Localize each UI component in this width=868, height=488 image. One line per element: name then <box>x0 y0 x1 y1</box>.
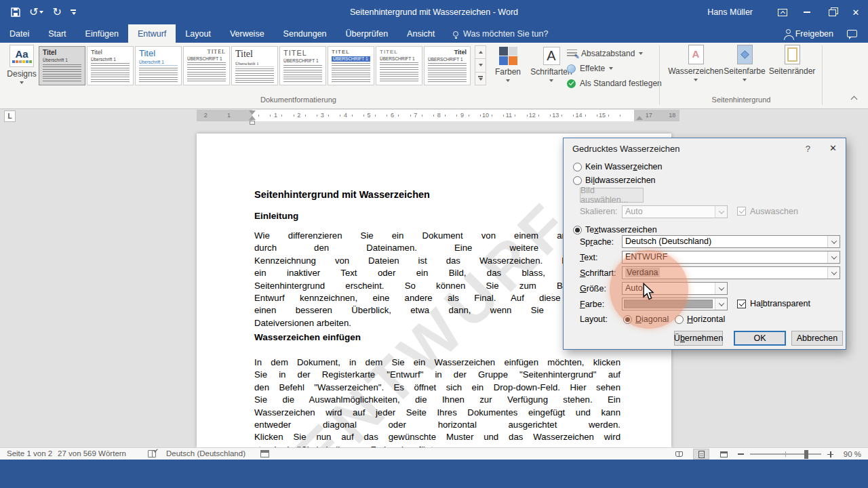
schriftart-combobox[interactable]: Verdana <box>622 266 840 279</box>
radio-kein-wasserzeichen-label[interactable]: Kein Wasserzeichen <box>585 162 663 171</box>
radio-diagonal[interactable] <box>623 315 632 324</box>
restore-button[interactable] <box>819 2 844 22</box>
proofing-status-icon[interactable] <box>148 450 156 458</box>
language-indicator[interactable]: Deutsch (Deutschland) <box>166 449 245 458</box>
gallery-down-button[interactable] <box>475 58 486 72</box>
redo-button[interactable]: ↻ <box>52 7 61 18</box>
dialog-help-button[interactable]: ? <box>806 144 810 154</box>
style-set-thumbnail[interactable]: TITELÜBERSCHRIFT 1 <box>279 46 326 85</box>
farbe-label: Farbe: <box>580 300 604 309</box>
ribbon-display-options-button[interactable] <box>770 2 795 22</box>
style-set-thumbnail[interactable]: TitelÜberschrift 1 <box>87 46 134 85</box>
share-button[interactable]: Freigeben <box>786 29 833 39</box>
save-icon <box>11 7 20 17</box>
farben-button[interactable]: Farben <box>491 45 525 82</box>
style-set-thumbnail[interactable]: TitelÜberschrift 1 <box>231 46 278 85</box>
effekte-button[interactable]: Effekte <box>567 64 662 73</box>
tab-sendungen[interactable]: Sendungen <box>274 24 336 43</box>
radio-horizontal[interactable] <box>675 315 684 324</box>
tab-stop-selector[interactable]: L <box>4 110 16 122</box>
wasserzeichen-button[interactable]: A Wasserzeichen <box>669 45 722 81</box>
style-set-thumbnail[interactable]: TITELÜBERSCHRIFT 1 <box>376 46 422 85</box>
customize-qat-button[interactable] <box>71 9 76 15</box>
zoom-out-button[interactable] <box>738 453 744 455</box>
minimize-button[interactable] <box>795 2 819 22</box>
zoom-slider-thumb[interactable] <box>804 450 808 459</box>
dialog-close-button[interactable]: ✕ <box>829 143 837 153</box>
designs-button[interactable]: Aa Designs <box>4 45 39 84</box>
text-combobox[interactable]: ENTWURF <box>622 251 840 264</box>
print-layout-button[interactable] <box>693 449 709 460</box>
style-set-thumbnail[interactable]: TitelÜberschrift 1 <box>39 46 85 85</box>
style-set-thumbnail[interactable]: TITELÜBERSCHRIFT 1 <box>328 46 374 85</box>
horizontal-ruler[interactable]: 211234567891011121314151718 <box>197 110 679 121</box>
close-icon: ✕ <box>852 7 860 18</box>
gallery-up-button[interactable] <box>475 45 486 59</box>
halbtransparent-label[interactable]: Halbtransparent <box>750 299 810 308</box>
gallery-more-button[interactable] <box>475 72 486 85</box>
seitenraender-button[interactable]: Seitenränder <box>767 45 817 76</box>
status-bar: Seite 1 von 2 27 von 569 Wörtern Deutsch… <box>0 447 868 460</box>
word-count[interactable]: 27 von 569 Wörtern <box>58 449 126 458</box>
style-set-thumbnail[interactable]: TitelÜBERSCHRIFT 1 <box>424 46 471 85</box>
undo-button[interactable]: ↺ <box>29 7 43 18</box>
tab-entwurf[interactable]: Entwurf <box>128 24 176 43</box>
absatzabstand-button[interactable]: ✎ Absatzabstand <box>567 49 662 58</box>
zoom-level[interactable]: 90 % <box>840 450 861 458</box>
tab-datei[interactable]: Datei <box>0 24 39 43</box>
formatting-stack: ✎ Absatzabstand Effekte Als Standard fes… <box>567 49 662 88</box>
macro-record-icon[interactable] <box>260 450 269 458</box>
comment-icon[interactable] <box>847 30 857 37</box>
style-set-body-preview <box>187 62 226 83</box>
radio-bildwasserzeichen-label[interactable]: Bildwasserzeichen <box>585 176 656 185</box>
tab-verweise[interactable]: Verweise <box>220 24 274 43</box>
account-name[interactable]: Hans Müller <box>707 7 753 17</box>
radio-textwasserzeichen-label[interactable]: Textwasserzeichen <box>585 225 657 235</box>
tell-me-box[interactable]: Was möchten Sie tun? <box>453 24 548 43</box>
auswaschen-label[interactable]: Auswaschen <box>750 207 798 216</box>
radio-bildwasserzeichen[interactable] <box>573 176 582 185</box>
read-mode-button[interactable] <box>671 449 687 460</box>
tab-einfügen[interactable]: Einfügen <box>76 24 128 43</box>
right-indent-marker[interactable] <box>636 116 643 120</box>
zoom-in-button[interactable] <box>827 451 833 458</box>
tab-layout[interactable]: Layout <box>176 24 220 43</box>
zoom-slider[interactable] <box>750 453 821 455</box>
ruler-ticks <box>258 115 628 117</box>
radio-horizontal-label[interactable]: Horizontal <box>687 314 725 324</box>
bild-auswaehlen-button[interactable]: Bild auswählen... <box>580 188 644 203</box>
uebernehmen-button[interactable]: Übernehmen <box>674 331 723 346</box>
close-button[interactable]: ✕ <box>844 2 868 22</box>
hanging-indent-marker[interactable] <box>249 116 256 120</box>
tab-überprüfen[interactable]: Überprüfen <box>336 24 398 43</box>
tab-start[interactable]: Start <box>39 24 75 43</box>
save-button[interactable] <box>11 7 20 17</box>
skalieren-combobox[interactable]: Auto <box>622 205 728 218</box>
theme-color-swatch <box>16 60 18 63</box>
radio-diagonal-label[interactable]: Diagonal <box>635 314 669 324</box>
web-layout-button[interactable] <box>715 449 732 460</box>
ok-button[interactable]: OK <box>734 331 786 346</box>
first-line-indent-marker[interactable] <box>249 110 256 115</box>
seitenfarbe-button[interactable]: Seitenfarbe <box>724 45 766 81</box>
als-standard-button[interactable]: Als Standard festlegen <box>567 79 662 88</box>
auswaschen-checkbox[interactable] <box>737 207 746 216</box>
tab-ansicht[interactable]: Ansicht <box>397 24 444 43</box>
halbtransparent-checkbox[interactable] <box>737 300 746 308</box>
farbe-combobox[interactable] <box>622 298 728 310</box>
sprache-combobox[interactable]: Deutsch (Deutschland) <box>622 235 840 248</box>
style-set-thumbnail[interactable]: TitelÜberschrift 1 <box>135 46 182 85</box>
style-set-thumbnail[interactable]: TITELÜBERSCHRIFT 1 <box>183 46 230 85</box>
title-bar: ↺ ↻ Seitenhintergrund mit Wasserzeichen … <box>0 0 868 24</box>
designs-aa-glyph: Aa <box>15 49 28 59</box>
groesse-combobox[interactable]: Auto <box>622 282 728 295</box>
radio-textwasserzeichen[interactable] <box>573 226 582 235</box>
page-indicator[interactable]: Seite 1 von 2 <box>7 449 52 458</box>
abbrechen-button[interactable]: Abbrechen <box>791 331 843 346</box>
document-text-line: Wasserzeichen wird auf jeder Seite Ihres… <box>254 407 620 419</box>
radio-kein-wasserzeichen[interactable] <box>573 163 582 171</box>
left-indent-marker[interactable] <box>250 121 255 125</box>
collapse-ribbon-button[interactable] <box>851 96 857 102</box>
style-set-body-preview <box>235 68 274 83</box>
ribbon-tabs: DateiStartEinfügenEntwurfLayoutVerweiseS… <box>0 24 444 43</box>
